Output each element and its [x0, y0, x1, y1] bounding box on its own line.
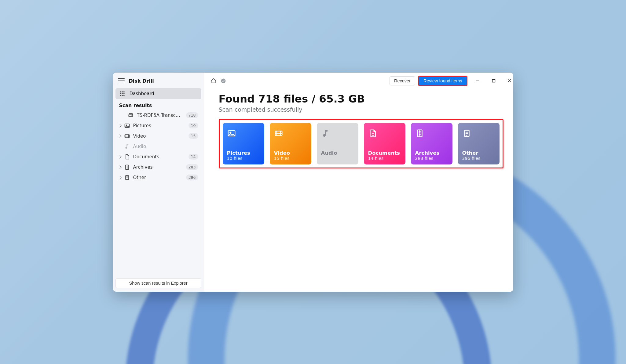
svg-rect-3: [120, 93, 121, 94]
archive-icon: [124, 164, 130, 170]
chevron-right-icon: [118, 155, 121, 158]
recover-button[interactable]: Recover: [390, 76, 415, 85]
svg-point-10: [132, 115, 132, 116]
chevron-right-icon: [118, 165, 121, 169]
hamburger-icon[interactable]: [118, 78, 125, 83]
sidebar-item-badge: 15: [189, 133, 198, 139]
highlight-review-button: Review found items: [418, 76, 467, 86]
sidebar-item-archives[interactable]: Archives 283: [115, 162, 201, 172]
summary-subtitle: Scan completed successfully: [219, 106, 503, 113]
grid-icon: [119, 91, 125, 97]
card-subtitle: —: [321, 156, 354, 161]
card-title: Documents: [368, 150, 401, 156]
window-minimize-button[interactable]: [472, 77, 483, 85]
card-subtitle: 14 files: [368, 156, 401, 161]
home-icon[interactable]: [210, 77, 217, 84]
sidebar-device-badge: 718: [186, 112, 198, 118]
chevron-right-icon: [118, 176, 121, 179]
nav-dashboard[interactable]: Dashboard: [115, 88, 201, 99]
sidebar-item-audio[interactable]: Audio: [115, 141, 201, 152]
card-pictures[interactable]: Pictures 10 files: [223, 123, 264, 164]
review-found-items-button[interactable]: Review found items: [419, 77, 467, 85]
sidebar-item-badge: 283: [186, 164, 198, 170]
sidebar-item-label: Video: [133, 133, 185, 139]
nav-dashboard-label: Dashboard: [130, 91, 154, 96]
card-title: Audio: [321, 150, 354, 156]
sidebar-item-label: Pictures: [133, 123, 185, 128]
topbar: Recover Review found items: [204, 73, 513, 89]
sidebar-section-scan-results: Scan results: [115, 100, 201, 110]
card-subtitle: 15 files: [274, 156, 307, 161]
summary-title: Found 718 files / 65.3 GB: [219, 93, 503, 105]
card-title: Video: [274, 150, 307, 156]
svg-point-19: [230, 132, 231, 133]
content: Found 718 files / 65.3 GB Scan completed…: [204, 89, 513, 176]
video-icon: [274, 127, 307, 139]
sidebar-item-other[interactable]: Other 396: [115, 172, 201, 183]
drive-icon: [128, 112, 134, 118]
sidebar-item-badge: 14: [189, 154, 198, 160]
card-video[interactable]: Video 15 files: [270, 123, 311, 164]
svg-rect-8: [123, 95, 124, 96]
sidebar-device[interactable]: TS-RDF5A Transcend US… 718: [115, 110, 201, 121]
sidebar-item-video[interactable]: Video 15: [115, 131, 201, 141]
document-icon: [368, 127, 401, 139]
picture-icon: [124, 123, 130, 129]
chevron-right-icon: [118, 124, 121, 127]
card-subtitle: 396 files: [462, 156, 495, 161]
sidebar-item-badge: 10: [189, 123, 198, 128]
chevron-right-icon: [118, 134, 121, 138]
sidebar-item-badge: 396: [186, 175, 198, 180]
card-subtitle: 283 files: [415, 156, 448, 161]
sidebar-item-documents[interactable]: Documents 14: [115, 152, 201, 162]
svg-rect-7: [122, 95, 123, 96]
sidebar-item-pictures[interactable]: Pictures 10: [115, 121, 201, 131]
other-icon: [124, 175, 130, 181]
card-title: Pictures: [227, 150, 260, 156]
sidebar-device-label: TS-RDF5A Transcend US…: [137, 113, 183, 118]
svg-point-16: [221, 78, 225, 83]
video-icon: [124, 133, 130, 139]
svg-point-12: [126, 125, 127, 126]
highlight-cards: Pictures 10 files Video 15 files Audio —: [219, 119, 503, 168]
svg-rect-6: [120, 95, 121, 96]
app-title: Disk Drill: [129, 78, 154, 84]
sidebar-header: Disk Drill: [115, 75, 201, 88]
card-documents[interactable]: Documents 14 files: [364, 123, 405, 164]
svg-rect-17: [492, 79, 495, 82]
document-icon: [124, 154, 130, 160]
check-badge-icon[interactable]: [220, 77, 227, 84]
show-in-explorer-button[interactable]: Show scan results in Explorer: [115, 278, 201, 288]
sidebar-item-label: Archives: [133, 164, 183, 170]
card-archives[interactable]: Archives 283 files: [411, 123, 452, 164]
window-maximize-button[interactable]: [488, 77, 499, 85]
audio-icon: [124, 143, 130, 150]
main-panel: Recover Review found items Found 718 fil…: [204, 73, 513, 292]
sidebar-item-label: Documents: [133, 154, 185, 160]
archive-icon: [415, 127, 448, 139]
other-icon: [462, 127, 495, 139]
sidebar-item-label: Audio: [133, 144, 198, 149]
svg-rect-4: [122, 93, 123, 94]
svg-rect-5: [123, 93, 124, 94]
window-close-button[interactable]: [504, 77, 513, 85]
sidebar-footer: Show scan results in Explorer: [115, 276, 201, 289]
card-audio[interactable]: Audio —: [317, 123, 358, 164]
sidebar: Disk Drill Dashboard Scan results TS-RDF…: [113, 73, 204, 292]
audio-icon: [321, 127, 354, 139]
app-window: Disk Drill Dashboard Scan results TS-RDF…: [113, 73, 513, 292]
card-subtitle: 10 files: [227, 156, 260, 161]
svg-rect-0: [120, 91, 121, 92]
card-title: Other: [462, 150, 495, 156]
card-title: Archives: [415, 150, 448, 156]
card-other[interactable]: Other 396 files: [458, 123, 500, 164]
sidebar-item-label: Other: [133, 175, 183, 180]
svg-rect-1: [122, 91, 123, 92]
svg-rect-2: [123, 91, 124, 92]
picture-icon: [227, 127, 260, 139]
